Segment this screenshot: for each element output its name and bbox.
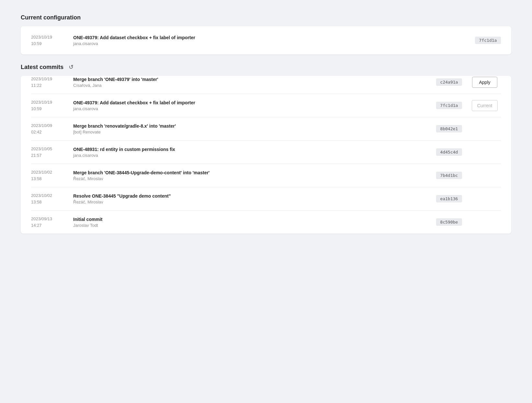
commit-info: Resolve ONE-38445 "Upgrade demo content"… bbox=[73, 193, 430, 204]
latest-commits-header: Latest commits ↺ bbox=[21, 63, 511, 71]
current-commit-author: jana.cisarova bbox=[73, 41, 468, 46]
commit-row: 2023/10/0213:58 Resolve ONE-38445 "Upgra… bbox=[31, 187, 501, 211]
current-commit-hash: 7fc1d1a bbox=[475, 37, 501, 44]
commit-row: 2023/10/1911:22 Merge branch 'ONE-49379'… bbox=[31, 76, 501, 94]
commit-date: 2023/10/1910:59 bbox=[31, 99, 67, 112]
commit-hash: ea1b136 bbox=[436, 195, 462, 202]
commit-title: ONE-49379: Add dataset checkbox + fix la… bbox=[73, 100, 430, 105]
commit-author: Řezáč, Miroslav bbox=[73, 176, 430, 181]
commit-author: Řezáč, Miroslav bbox=[73, 200, 430, 204]
page-container: Current configuration 2023/10/19 10:59 O… bbox=[8, 8, 524, 240]
commit-info: ONE-48931: rd entity in custom permissio… bbox=[73, 147, 430, 158]
commit-info: Merge branch 'ONE-38445-Upgrade-demo-con… bbox=[73, 170, 430, 181]
commit-hash: c24a91a bbox=[436, 78, 462, 86]
commit-row: 2023/10/1910:59 ONE-49379: Add dataset c… bbox=[31, 94, 501, 117]
latest-commits-card: 2023/10/1911:22 Merge branch 'ONE-49379'… bbox=[21, 76, 511, 234]
current-config-card: 2023/10/19 10:59 ONE-49379: Add dataset … bbox=[21, 26, 511, 54]
current-commit-title: ONE-49379: Add dataset checkbox + fix la… bbox=[73, 35, 468, 40]
commit-info: Initial commit Jaroslav Todt bbox=[73, 217, 430, 228]
commit-author: [bot] Renovate bbox=[73, 130, 430, 134]
commit-hash: 8c590be bbox=[436, 218, 462, 226]
commit-row: 2023/10/0213:58 Merge branch 'ONE-38445-… bbox=[31, 164, 501, 187]
commit-row: 2023/10/0902:42 Merge branch 'renovate/g… bbox=[31, 117, 501, 141]
current-commit-row: 2023/10/19 10:59 ONE-49379: Add dataset … bbox=[31, 34, 501, 47]
commit-author: jana.cisarova bbox=[73, 153, 430, 158]
commit-hash: 4d45c4d bbox=[436, 148, 462, 156]
commit-date: 2023/10/0213:58 bbox=[31, 169, 67, 182]
commit-title: ONE-48931: rd entity in custom permissio… bbox=[73, 147, 430, 152]
latest-commits-title: Latest commits bbox=[21, 64, 64, 71]
current-button: Current bbox=[472, 100, 498, 111]
commit-hash: 8b042e1 bbox=[436, 125, 462, 132]
commit-title: Initial commit bbox=[73, 217, 430, 222]
commit-info: Merge branch 'ONE-49379' into 'master' C… bbox=[73, 77, 430, 88]
commit-hash: 7fc1d1a bbox=[436, 102, 462, 109]
current-commit-info: ONE-49379: Add dataset checkbox + fix la… bbox=[73, 35, 468, 46]
commit-info: Merge branch 'renovate/gradle-8.x' into … bbox=[73, 123, 430, 134]
commit-row: 2023/10/0521:57 ONE-48931: rd entity in … bbox=[31, 141, 501, 164]
commit-date: 2023/10/1911:22 bbox=[31, 76, 67, 88]
commit-author: Jaroslav Todt bbox=[73, 223, 430, 228]
commit-hash: 7b4d1bc bbox=[436, 172, 462, 179]
commit-info: ONE-49379: Add dataset checkbox + fix la… bbox=[73, 100, 430, 111]
commit-title: Merge branch 'ONE-38445-Upgrade-demo-con… bbox=[73, 170, 430, 175]
commit-date: 2023/10/0521:57 bbox=[31, 146, 67, 158]
commit-title: Merge branch 'ONE-49379' into 'master' bbox=[73, 77, 430, 82]
commit-date: 2023/10/0213:58 bbox=[31, 192, 67, 205]
commit-action-apply: Apply bbox=[468, 77, 501, 88]
commit-title: Resolve ONE-38445 "Upgrade demo content" bbox=[73, 193, 430, 199]
commit-action-current: Current bbox=[468, 100, 501, 111]
current-config-title: Current configuration bbox=[21, 14, 511, 21]
commit-title: Merge branch 'renovate/gradle-8.x' into … bbox=[73, 123, 430, 129]
refresh-icon[interactable]: ↺ bbox=[67, 63, 75, 71]
commit-row: 2023/09/1314:27 Initial commit Jaroslav … bbox=[31, 211, 501, 234]
commit-author: jana.cisarova bbox=[73, 106, 430, 111]
current-commit-date: 2023/10/19 10:59 bbox=[31, 34, 67, 47]
commit-date: 2023/09/1314:27 bbox=[31, 216, 67, 228]
commit-author: Císařová, Jana bbox=[73, 83, 430, 88]
apply-button[interactable]: Apply bbox=[472, 77, 497, 88]
commit-date: 2023/10/0902:42 bbox=[31, 122, 67, 135]
